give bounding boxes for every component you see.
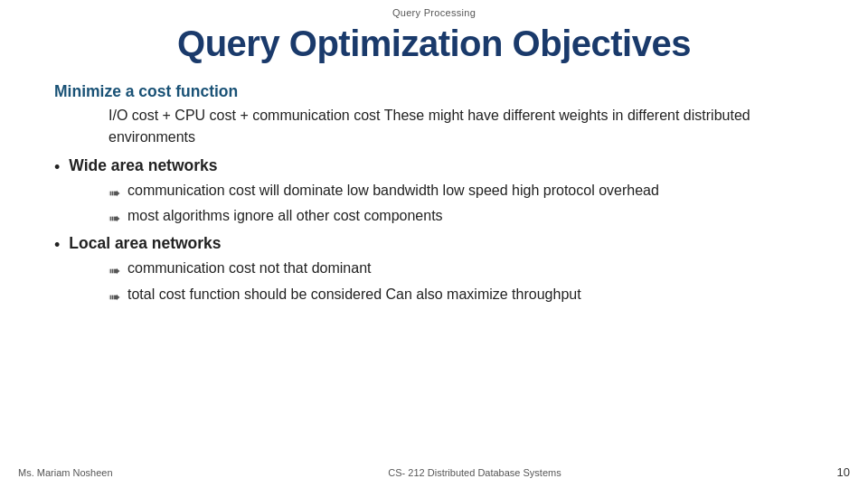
local-area-section: • Local area networks ➠ communication co… [54,232,814,306]
local-area-sub-bullets: ➠ communication cost not that dominant ➠… [108,258,814,306]
arrow-icon-3: ➠ [108,260,120,281]
minimize-label: Minimize a cost function [54,80,814,103]
wide-sub-2: ➠ most algorithms ignore all other cost … [108,206,814,229]
content-area: Minimize a cost function I/O cost + CPU … [0,80,868,307]
local-sub-1: ➠ communication cost not that dominant [108,258,814,281]
wide-area-label: Wide area networks [69,155,217,177]
footer: Ms. Mariam Nosheen CS- 212 Distributed D… [0,465,868,479]
local-sub-2: ➠ total cost function should be consider… [108,285,814,307]
wide-area-sub-bullets: ➠ communication cost will dominate low b… [108,181,814,229]
footer-author: Ms. Mariam Nosheen [18,467,113,478]
wide-sub-text-1: communication cost will dominate low ban… [127,181,814,201]
top-label: Query Processing [0,0,868,18]
arrow-icon-2: ➠ [108,208,120,229]
cost-formula-text: I/O cost + CPU cost + communication cost… [108,105,814,146]
wide-area-bullet: • Wide area networks [54,155,814,179]
local-area-bullet: • Local area networks [54,232,814,257]
wide-sub-text-2: most algorithms ignore all other cost co… [127,206,814,226]
local-sub-text-2: total cost function should be considered… [127,285,814,305]
bullet-dot-1: • [54,155,60,179]
slide: Query Processing Query Optimization Obje… [0,0,868,488]
slide-title: Query Optimization Objectives [0,23,868,64]
arrow-icon-4: ➠ [108,286,120,307]
arrow-icon-1: ➠ [108,183,120,203]
footer-course: CS- 212 Distributed Database Systems [388,467,561,478]
page-number: 10 [837,465,850,479]
local-sub-text-1: communication cost not that dominant [127,258,814,278]
wide-sub-1: ➠ communication cost will dominate low b… [108,181,814,203]
wide-area-section: • Wide area networks ➠ communication cos… [54,155,814,229]
local-area-label: Local area networks [69,232,221,255]
bullet-dot-2: • [54,233,60,257]
